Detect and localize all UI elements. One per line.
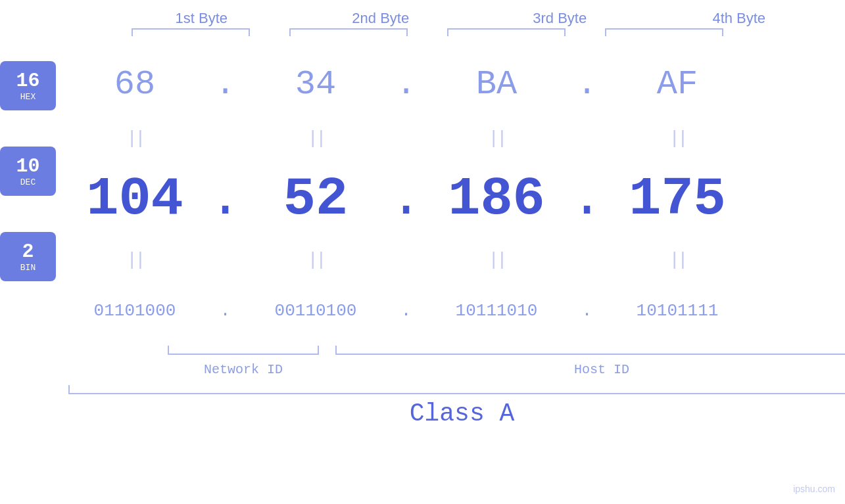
bracket-2 [270,28,427,41]
bracket-top-2 [289,28,408,36]
labels-inner: 16 HEX 10 DEC 2 BIN [0,48,56,281]
bin-value-1: 01101000 [94,301,176,321]
pipe-2: || [307,128,324,149]
pipe-cell-1: || [56,128,214,149]
hex-row: 68 . 34 . BA . AF [56,48,845,120]
pipe-1: || [126,128,143,149]
dec-number: 10 [16,156,39,177]
dec-dot-2: . [395,169,418,230]
bottom-section: Network ID Host ID [151,344,845,377]
hex-cell-1: 68 [56,65,214,104]
dec-cell-3: 186 [418,169,575,230]
dec-value-2: 52 [283,169,348,230]
hex-value-3: BA [476,65,517,104]
bracket-top-3 [447,28,566,36]
pipe-cell-8: || [598,250,756,270]
byte-header-2: 2nd Byte [302,10,460,27]
bin-badge: 2 BIN [0,232,56,281]
class-label: Class A [410,400,515,428]
bin-label: BIN [20,263,36,273]
pipe-cell-2: || [237,128,395,149]
pipe-4: || [669,128,686,149]
pipe-5: || [126,250,143,270]
hex-cell-3: BA [418,65,575,104]
bracket-3 [427,28,585,41]
pipe-cell-6: || [237,250,395,270]
pipe-6: || [307,250,324,270]
pipe-3: || [488,128,505,149]
bracket-4 [585,28,743,41]
bin-row: 01101000 . 00110100 . 10111010 . 1010111… [56,278,845,344]
pipe-cell-4: || [598,128,756,149]
dec-dot-1: . [214,169,237,230]
pipe-cell-5: || [56,250,214,270]
hex-dot-1: . [214,65,237,104]
hex-badge: 16 HEX [0,61,56,110]
bracket-top-4 [605,28,723,36]
bin-dot-1: . [214,301,237,321]
watermark: ipshu.com [793,484,835,494]
byte-header-3: 3rd Byte [481,10,639,27]
hex-value-2: 34 [295,65,336,104]
dec-cell-1: 104 [56,169,214,230]
network-id-label: Network ID [151,362,335,377]
dec-label: DEC [20,177,36,187]
id-labels-row: Network ID Host ID [151,362,845,377]
main-container: 1st Byte 2nd Byte 3rd Byte 4th Byte 16 H… [0,0,845,504]
bin-value-4: 10101111 [637,301,719,321]
hex-value-4: AF [657,65,698,104]
hex-cell-4: AF [598,65,756,104]
dec-badge: 10 DEC [0,147,56,196]
pipe-8: || [669,250,686,270]
byte-header-1: 1st Byte [122,10,280,27]
byte-header-4: 4th Byte [660,10,818,27]
bracket-top-1 [132,28,250,36]
bin-cell-1: 01101000 [56,301,214,321]
hex-label: HEX [20,92,36,102]
class-outer-bracket [68,385,845,394]
pipe-cell-7: || [418,250,575,270]
bracket-1 [112,28,270,41]
hex-dot-2: . [395,65,418,104]
bin-value-3: 10111010 [456,301,538,321]
rows-container: 68 . 34 . BA . AF || [56,48,845,428]
hex-value-1: 68 [114,65,155,104]
labels-column: 16 HEX 10 DEC 2 BIN [0,48,56,428]
byte-headers: 1st Byte 2nd Byte 3rd Byte 4th Byte [112,10,829,27]
bin-value-2: 00110100 [275,301,357,321]
bottom-bracket-row [151,344,845,357]
top-brackets [112,28,829,41]
host-id-label: Host ID [335,362,845,377]
bin-cell-2: 00110100 [237,301,395,321]
dec-value-1: 104 [86,169,183,230]
bin-cell-3: 10111010 [418,301,575,321]
hex-cell-2: 34 [237,65,395,104]
network-bracket [168,346,319,355]
dec-cell-2: 52 [237,169,395,230]
pipe-row-2: || || || || [56,242,845,278]
bin-number: 2 [22,241,34,263]
content-area: 16 HEX 10 DEC 2 BIN [0,48,845,428]
class-bracket-row: Class A [56,385,845,428]
dec-value-4: 175 [629,169,726,230]
pipe-7: || [488,250,505,270]
dec-dot-3: . [575,169,598,230]
host-bracket [335,346,845,355]
dec-row: 104 . 52 . 186 . 175 [56,156,845,242]
bin-dot-2: . [395,301,418,321]
pipe-cell-3: || [418,128,575,149]
hex-dot-3: . [575,65,598,104]
hex-number: 16 [16,70,39,92]
dec-value-3: 186 [448,169,545,230]
pipe-row-1: || || || || [56,120,845,156]
bin-cell-4: 10101111 [598,301,756,321]
bin-dot-3: . [575,301,598,321]
dec-cell-4: 175 [598,169,756,230]
